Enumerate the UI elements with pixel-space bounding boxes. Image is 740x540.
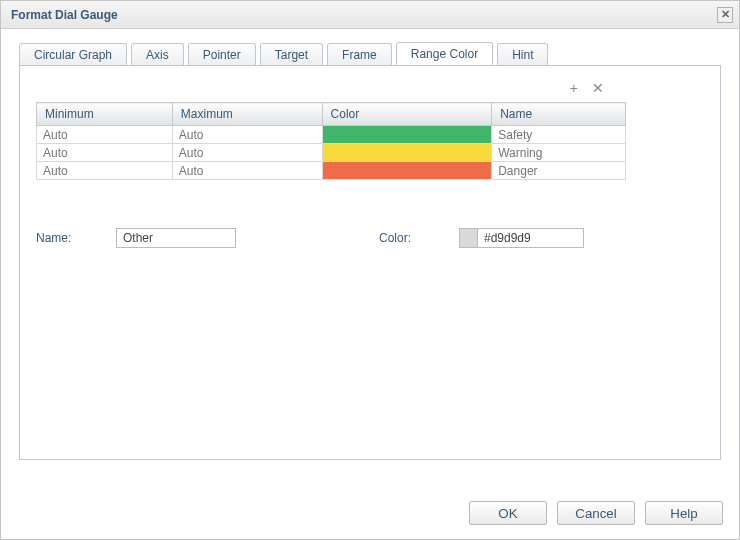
close-icon[interactable]: ✕: [717, 7, 733, 23]
name-label: Name:: [36, 231, 116, 245]
tab-hint[interactable]: Hint: [497, 43, 548, 66]
range-color-panel: + ✕ Minimum Maximum Color Name Auto Auto: [19, 65, 721, 460]
cell-color[interactable]: [322, 144, 492, 162]
cell-max[interactable]: Auto: [172, 126, 322, 144]
cell-name[interactable]: Safety: [492, 126, 626, 144]
tab-range-color[interactable]: Range Color: [396, 42, 493, 66]
cell-min[interactable]: Auto: [37, 126, 173, 144]
swatch-danger: [323, 162, 492, 179]
tab-circular-graph[interactable]: Circular Graph: [19, 43, 127, 66]
dialog-buttons: OK Cancel Help: [1, 493, 739, 539]
tab-target[interactable]: Target: [260, 43, 323, 66]
col-header-name[interactable]: Name: [492, 103, 626, 126]
color-value: #d9d9d9: [478, 231, 537, 245]
col-header-min[interactable]: Minimum: [37, 103, 173, 126]
tab-frame[interactable]: Frame: [327, 43, 392, 66]
color-label: Color:: [379, 231, 459, 245]
grid-toolbar: + ✕: [570, 80, 604, 96]
color-chip: [460, 229, 478, 247]
cell-color[interactable]: [322, 162, 492, 180]
table-row[interactable]: Auto Auto Danger: [37, 162, 626, 180]
swatch-safety: [323, 126, 492, 143]
cell-max[interactable]: Auto: [172, 144, 322, 162]
cell-name[interactable]: Warning: [492, 144, 626, 162]
titlebar: Format Dial Gauge ✕: [1, 1, 739, 29]
cell-max[interactable]: Auto: [172, 162, 322, 180]
range-color-grid: Minimum Maximum Color Name Auto Auto Saf…: [36, 102, 626, 180]
swatch-warning: [323, 144, 492, 161]
cell-color[interactable]: [322, 126, 492, 144]
help-button[interactable]: Help: [645, 501, 723, 525]
dialog-body: Circular Graph Axis Pointer Target Frame…: [1, 29, 739, 493]
cancel-button[interactable]: Cancel: [557, 501, 635, 525]
form-row: Name: Color: #d9d9d9: [36, 228, 704, 248]
cell-min[interactable]: Auto: [37, 162, 173, 180]
table-row[interactable]: Auto Auto Safety: [37, 126, 626, 144]
col-header-max[interactable]: Maximum: [172, 103, 322, 126]
col-header-color[interactable]: Color: [322, 103, 492, 126]
tab-pointer[interactable]: Pointer: [188, 43, 256, 66]
tabbar: Circular Graph Axis Pointer Target Frame…: [19, 41, 721, 65]
ok-button[interactable]: OK: [469, 501, 547, 525]
color-picker[interactable]: #d9d9d9: [459, 228, 584, 248]
dialog-title: Format Dial Gauge: [11, 8, 717, 22]
name-input[interactable]: [116, 228, 236, 248]
cell-min[interactable]: Auto: [37, 144, 173, 162]
table-row[interactable]: Auto Auto Warning: [37, 144, 626, 162]
cell-name[interactable]: Danger: [492, 162, 626, 180]
tab-axis[interactable]: Axis: [131, 43, 184, 66]
add-row-icon[interactable]: +: [570, 80, 578, 96]
format-dial-gauge-dialog: Format Dial Gauge ✕ Circular Graph Axis …: [0, 0, 740, 540]
remove-row-icon[interactable]: ✕: [592, 80, 604, 96]
